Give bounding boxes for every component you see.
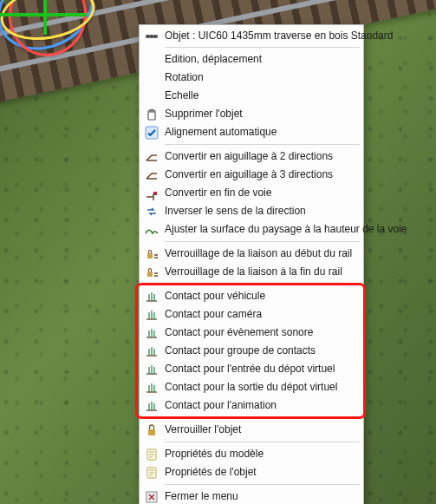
- svg-point-1: [147, 35, 150, 37]
- menu-contact-animation[interactable]: Contact pour l'animation: [140, 396, 362, 415]
- menu-group: Fermer le menu: [140, 487, 362, 504]
- menu-item-label: Inverser le sens de la direction: [161, 206, 357, 218]
- menu-contact-group[interactable]: Contact pour groupe de contacts: [140, 342, 362, 360]
- menu-convert-switch-3[interactable]: Convertir en aiguillage à 3 directions: [140, 166, 362, 184]
- menu-item-label: Propriétés de l'objet: [161, 467, 357, 479]
- menu-item-label: Contact pour l'entrée du dépot virtuel: [161, 363, 357, 376]
- menu-scale[interactable]: Echelle: [140, 87, 362, 105]
- menu-delete-object[interactable]: Supprimer l'objet: [140, 105, 362, 123]
- menu-adjust-terrain[interactable]: Ajuster la surface du paysage à la haute…: [140, 220, 362, 239]
- menu-item-label: Contact pour évènement sonore: [161, 327, 357, 339]
- menu-model-properties[interactable]: Propriétés du modèle: [140, 445, 362, 463]
- menu-item-label: Contact pour la sortie du dépot virtuel: [161, 382, 357, 394]
- menu-item-label: Verrouillage de la liaison à la fin du r…: [161, 266, 357, 278]
- menu-reverse-direction[interactable]: Inverser le sens de la direction: [140, 202, 362, 220]
- close-icon: [142, 490, 161, 504]
- menu-item-label: Echelle: [161, 90, 357, 102]
- separator: [165, 47, 360, 48]
- menu-convert-switch-2[interactable]: Convertir en aiguillage à 2 directions: [140, 147, 362, 166]
- transform-gizmo[interactable]: [0, 0, 113, 104]
- menu-lock-object[interactable]: Verrouiller l'objet: [140, 421, 362, 439]
- menu-contact-sound[interactable]: Contact pour évènement sonore: [140, 324, 362, 342]
- contact-icon: [142, 381, 161, 395]
- separator: [165, 241, 360, 242]
- switch-icon: [142, 168, 161, 182]
- menu-rotation[interactable]: Rotation: [140, 69, 362, 87]
- contact-icon: [142, 308, 161, 322]
- menu-convert-end[interactable]: Convertir en fin de voie: [140, 184, 362, 202]
- menu-group: Edition, déplacementRotationEchelleSuppr…: [140, 49, 362, 142]
- menu-contact-depot-in[interactable]: Contact pour l'entrée du dépot virtuel: [140, 360, 362, 378]
- object-icon: [142, 29, 161, 43]
- trash-icon: [142, 108, 161, 121]
- menu-header[interactable]: Objet : UIC60 1435mm traverse en bois St…: [140, 27, 362, 45]
- menu-item-label: Supprimer l'objet: [161, 108, 357, 121]
- lock-rail-icon: [142, 247, 161, 261]
- menu-contact-depot-out[interactable]: Contact pour la sortie du dépot virtuel: [140, 378, 362, 396]
- contact-icon: [142, 326, 161, 340]
- separator: [165, 442, 360, 442]
- menu-group: Contact pour véhiculeContact pour caméra…: [140, 286, 362, 416]
- properties-icon: [142, 448, 161, 461]
- reverse-icon: [142, 205, 161, 219]
- menu-lock-link-start[interactable]: Verrouillage de la liaison au début du r…: [140, 245, 362, 263]
- menu-item-label: Alignement automatique: [161, 127, 357, 139]
- separator: [165, 144, 360, 145]
- separator: [165, 284, 360, 285]
- lock-rail-icon: [142, 265, 161, 279]
- menu-group: Verrouillage de la liaison au début du r…: [140, 244, 362, 282]
- menu-auto-align[interactable]: Alignement automatique: [140, 123, 362, 141]
- menu-header-label: Objet : UIC60 1435mm traverse en bois St…: [161, 30, 393, 43]
- contact-icon: [142, 363, 161, 376]
- menu-contact-vehicle[interactable]: Contact pour véhicule: [140, 287, 362, 305]
- contact-icon: [142, 344, 161, 358]
- svg-point-3: [154, 35, 157, 37]
- menu-close[interactable]: Fermer le menu: [140, 488, 362, 504]
- context-menu: Objet : UIC60 1435mm traverse en bois St…: [139, 24, 364, 504]
- menu-lock-link-end[interactable]: Verrouillage de la liaison à la fin du r…: [140, 263, 362, 281]
- menu-item-label: Contact pour caméra: [161, 309, 357, 321]
- menu-item-label: Verrouiller l'objet: [161, 424, 357, 436]
- svg-point-2: [151, 35, 153, 37]
- contact-icon: [142, 290, 161, 304]
- menu-item-label: Ajuster la surface du paysage à la haute…: [161, 224, 407, 236]
- menu-item-label: Propriétés du modèle: [161, 448, 357, 461]
- buffer-icon: [142, 187, 161, 200]
- menu-item-label: Fermer le menu: [161, 491, 357, 503]
- separator: [165, 484, 360, 485]
- menu-item-label: Contact pour groupe de contacts: [161, 345, 357, 357]
- contact-icon: [142, 399, 161, 413]
- menu-item-label: Verrouillage de la liaison au début du r…: [161, 248, 357, 260]
- menu-item-label: Convertir en fin de voie: [161, 187, 357, 200]
- lock-icon: [142, 423, 161, 437]
- menu-object-properties[interactable]: Propriétés de l'objet: [140, 463, 362, 481]
- menu-item-label: Contact pour véhicule: [161, 291, 357, 303]
- menu-item-label: Edition, déplacement: [161, 54, 357, 66]
- check-icon: [142, 126, 161, 140]
- menu-group: Convertir en aiguillage à 2 directionsCo…: [140, 147, 362, 239]
- menu-item-label: Contact pour l'animation: [161, 400, 357, 412]
- menu-item-label: Convertir en aiguillage à 3 directions: [161, 169, 357, 181]
- menu-edit-move[interactable]: Edition, déplacement: [140, 50, 362, 69]
- menu-contact-camera[interactable]: Contact pour caméra: [140, 305, 362, 324]
- terrain-icon: [142, 223, 161, 237]
- properties-icon: [142, 466, 161, 480]
- separator: [165, 417, 360, 418]
- menu-item-label: Rotation: [161, 72, 357, 84]
- menu-group: Verrouiller l'objet: [140, 420, 362, 440]
- menu-group: Propriétés du modèlePropriétés de l'obje…: [140, 444, 362, 482]
- menu-item-label: Convertir en aiguillage à 2 directions: [161, 151, 357, 163]
- switch-icon: [142, 150, 161, 164]
